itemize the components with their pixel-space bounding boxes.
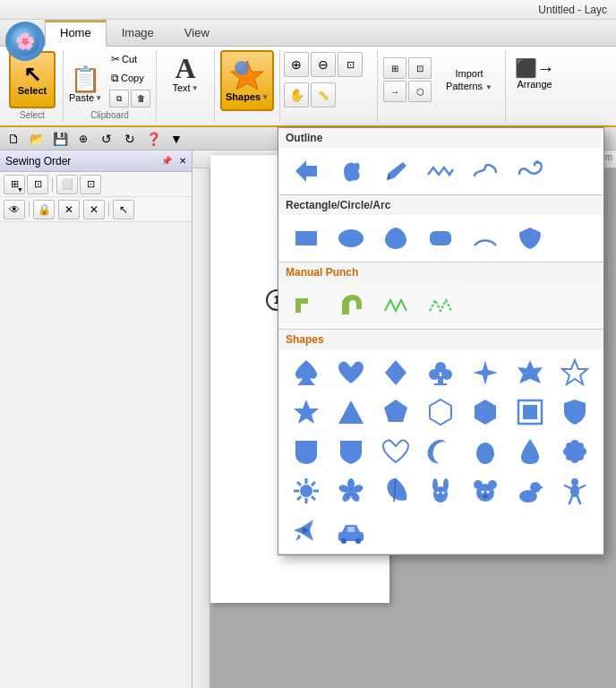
so-del2-button[interactable]: ✕ <box>83 200 105 219</box>
shape-rounded-rect[interactable] <box>420 220 461 256</box>
shape-car[interactable] <box>330 512 372 548</box>
shape-blob[interactable] <box>330 153 372 189</box>
shape-diamond[interactable] <box>375 355 416 391</box>
shape-snake[interactable] <box>509 153 551 189</box>
shape-corner[interactable] <box>286 288 327 323</box>
shape-zigzag-punch[interactable] <box>375 288 416 323</box>
qa-save-button[interactable]: 💾 <box>50 129 70 149</box>
sewing-order-close-icon[interactable]: ✕ <box>179 156 186 166</box>
so-del-button[interactable]: ✕ <box>58 200 80 219</box>
measure-button[interactable]: 📏 <box>311 82 336 108</box>
shape-hexfill[interactable] <box>465 394 506 430</box>
shape-square-frame[interactable] <box>509 394 551 430</box>
shape-sakura[interactable] <box>330 473 372 509</box>
clipboard-extra-1[interactable]: ⧉ <box>109 90 129 108</box>
shape-triangle[interactable] <box>330 394 372 430</box>
shape-shield2[interactable] <box>286 434 327 469</box>
shape-club[interactable] <box>420 355 461 391</box>
shape-teardrop[interactable] <box>375 220 416 256</box>
shape-bear[interactable] <box>465 473 506 509</box>
shape-flower[interactable] <box>554 434 595 469</box>
shape-crescent[interactable] <box>420 434 461 469</box>
zoom-fit-button[interactable]: ⊡ <box>338 52 363 77</box>
shape-rectangle[interactable] <box>286 220 327 256</box>
shape-drop[interactable] <box>509 434 551 469</box>
tab-home[interactable]: Home <box>45 20 107 47</box>
shape-leaf[interactable] <box>375 473 416 509</box>
shape-oval[interactable] <box>330 220 372 256</box>
text-button[interactable]: A Text ▼ <box>162 51 209 108</box>
shapes-button[interactable]: Shapes ▼ <box>220 50 274 111</box>
qa-open-button[interactable]: 📂 <box>27 129 47 149</box>
text-group-content: A Text ▼ <box>162 50 209 122</box>
paste-button[interactable]: 📋 Paste ▼ <box>69 67 102 103</box>
shape-star6-outline[interactable] <box>554 355 595 391</box>
shape-gingerman[interactable] <box>554 473 595 509</box>
so-button-3[interactable]: ⬜ <box>56 175 78 194</box>
zoom-in-button[interactable]: ⊕ <box>284 52 309 77</box>
import-icon-3[interactable]: → <box>383 81 406 102</box>
shape-shield[interactable] <box>554 394 595 430</box>
import-icon-2[interactable]: ⊡ <box>408 57 432 79</box>
svg-point-26 <box>476 443 494 464</box>
so-button-1[interactable]: ⊞ ▼ <box>4 175 25 194</box>
svg-rect-74 <box>347 527 355 532</box>
select-button[interactable]: ↖ Select <box>9 51 56 108</box>
qa-dropdown-button[interactable]: ▼ <box>167 129 186 149</box>
shape-airplane[interactable] <box>286 512 327 548</box>
so-cursor-button[interactable]: ↖ <box>113 200 134 219</box>
clipboard-extra-2[interactable]: 🗑 <box>131 90 150 108</box>
shape-star6-fill[interactable] <box>286 394 327 430</box>
shape-spade[interactable] <box>286 355 327 391</box>
so-button-2[interactable]: ⊡ <box>27 175 48 194</box>
clipboard-group-content: 📋 Paste ▼ ✂ Cut ⧉ Copy ⧉ � <box>69 50 150 133</box>
svg-point-60 <box>482 491 484 494</box>
shape-dash-punch[interactable] <box>420 288 461 323</box>
ribbon-group-text: A Text ▼ <box>157 50 215 122</box>
zoom-out-button[interactable]: ⊖ <box>311 52 336 77</box>
app-button[interactable]: 🌸 <box>5 22 45 61</box>
cut-button[interactable]: ✂ Cut <box>109 50 150 68</box>
title-bar: Untitled - Layc <box>0 0 616 20</box>
import-group-content: ⊞ ⊡ → ⬡ Import Patterns ▼ <box>383 50 500 122</box>
rect-shapes <box>278 215 603 262</box>
svg-point-64 <box>530 482 541 493</box>
so-lock-button[interactable]: 🔒 <box>33 200 55 219</box>
shape-hexagon[interactable] <box>420 394 461 430</box>
shape-scurve[interactable] <box>465 153 506 189</box>
shape-arc-punch[interactable] <box>330 288 372 323</box>
shape-duck[interactable] <box>509 473 551 509</box>
so-eye-button[interactable]: 👁 <box>4 200 25 219</box>
arrange-button[interactable]: ⬛→ Arrange <box>511 51 558 108</box>
tab-view[interactable]: View <box>169 20 225 47</box>
shape-pencil[interactable] <box>375 153 416 189</box>
shape-shield-round[interactable] <box>509 220 551 256</box>
shape-rabbit[interactable] <box>420 473 461 509</box>
shape-pentagon[interactable] <box>375 394 416 430</box>
shape-heart2[interactable] <box>375 434 416 469</box>
svg-marker-22 <box>430 400 451 425</box>
shape-sunflower[interactable] <box>286 473 327 509</box>
shape-shield3[interactable] <box>330 434 372 469</box>
import-icon-4[interactable]: ⬡ <box>408 81 432 102</box>
qa-new-button[interactable]: 🗋 <box>4 129 23 149</box>
shape-arrow-left[interactable] <box>286 153 327 189</box>
ribbon-group-zoom: ⊕ ⊖ ⊡ ✋ 📏 <box>280 50 378 122</box>
text-arrow-icon: ▼ <box>192 84 199 92</box>
svg-point-50 <box>347 487 355 494</box>
shape-heart[interactable] <box>330 355 372 391</box>
svg-point-56 <box>442 492 445 494</box>
copy-button[interactable]: ⧉ Copy <box>109 69 150 87</box>
shape-6star[interactable] <box>509 355 551 391</box>
import-patterns-button[interactable]: Import Patterns ▼ <box>439 67 500 93</box>
import-icon-1[interactable]: ⊞ <box>383 57 406 79</box>
svg-point-8 <box>338 229 364 247</box>
shape-arc[interactable] <box>465 220 506 256</box>
shape-4star[interactable] <box>465 355 506 391</box>
so-button-4[interactable]: ⊡ <box>80 175 101 194</box>
tab-image[interactable]: Image <box>107 20 169 47</box>
shape-egg[interactable] <box>465 434 506 469</box>
pan-button[interactable]: ✋ <box>284 82 309 108</box>
shape-zigzag[interactable] <box>420 153 461 189</box>
sewing-order-pin-icon[interactable]: 📌 <box>161 156 172 166</box>
